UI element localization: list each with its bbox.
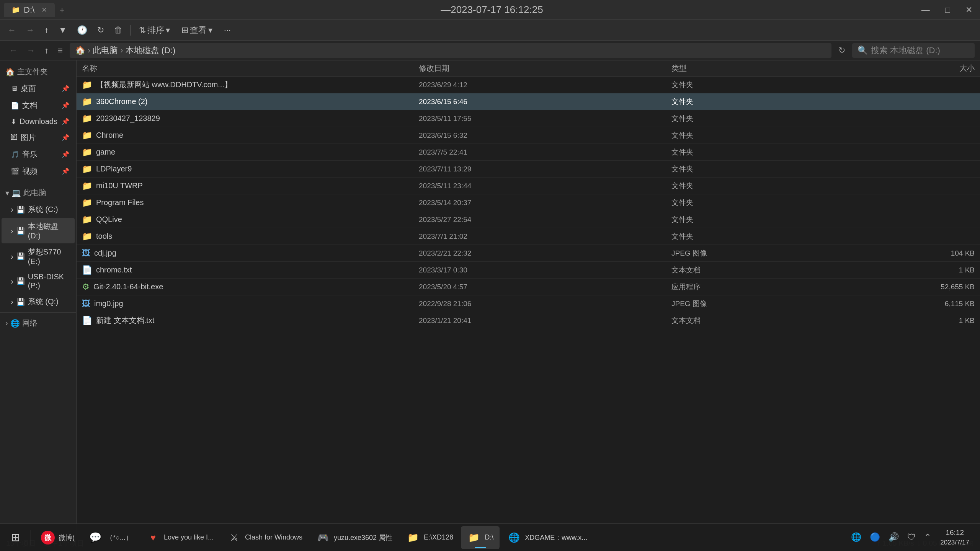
- tray-network-icon[interactable]: 🌐: [849, 531, 864, 544]
- file-date-cell: 2023/6/15 6:46: [419, 98, 671, 106]
- search-box[interactable]: 🔍 搜索 本地磁盘 (D:): [852, 43, 975, 58]
- sort-button[interactable]: ⇅ 排序 ▾: [134, 22, 175, 38]
- new-tab-button[interactable]: ＋: [58, 4, 66, 16]
- table-row[interactable]: 📄 chrome.txt 2023/3/17 0:30 文本文档 1 KB: [77, 262, 980, 279]
- table-row[interactable]: 📁 360Chrome (2) 2023/6/15 6:46 文件夹: [77, 93, 980, 110]
- file-name-cell: 🖼 cdj.jpg: [82, 248, 419, 258]
- love-icon: ♥: [146, 531, 160, 544]
- file-name-cell: 📁 QQLive: [82, 215, 419, 225]
- table-row[interactable]: 📁 20230427_123829 2023/5/11 17:55 文件夹: [77, 110, 980, 127]
- back-button[interactable]: ←: [4, 23, 20, 37]
- taskbar-app-clash[interactable]: ⚔ Clash for Windows: [221, 526, 309, 549]
- table-row[interactable]: 📁 game 2023/7/5 22:41 文件夹: [77, 144, 980, 161]
- address-path[interactable]: 🏠 › 此电脑 › 本地磁盘 (D:): [70, 43, 831, 58]
- close-tab-button[interactable]: ✕: [41, 6, 47, 14]
- recent-button[interactable]: 🕐: [73, 23, 91, 37]
- path-part-1[interactable]: 此电脑: [93, 45, 118, 56]
- sidebar-item-pictures[interactable]: 🖼 图片 📌: [2, 129, 75, 146]
- table-row[interactable]: 📁 tools 2023/7/1 21:02 文件夹: [77, 228, 980, 245]
- sidebar-divider-1: [0, 182, 76, 182]
- table-row[interactable]: 📁 Chrome 2023/6/15 6:32 文件夹: [77, 127, 980, 144]
- history-button[interactable]: ▼: [55, 23, 71, 37]
- tray-shield-icon[interactable]: 🛡: [905, 531, 918, 544]
- refresh-button[interactable]: ↻: [93, 23, 108, 37]
- tray-bluetooth-icon[interactable]: 🔵: [867, 531, 882, 544]
- table-row[interactable]: 📁 【视频最新网站 www.DDHDTV.com...】 2023/6/29 4…: [77, 77, 980, 93]
- chevron-right-icon: ›: [11, 205, 13, 214]
- column-header-size[interactable]: 大小: [840, 63, 975, 73]
- sidebar-item-documents[interactable]: 📄 文档 📌: [2, 97, 75, 114]
- sidebar-item-drive-c[interactable]: › 💾 系统 (C:): [2, 201, 75, 218]
- taskbar-clock[interactable]: 16:12 2023/7/17: [937, 526, 972, 548]
- network-header[interactable]: › 🌐 网络: [0, 315, 76, 331]
- taskbar: ⊞ 微 微博( 💬 （*○...） ♥ Love you like I... ⚔…: [0, 523, 980, 551]
- table-row[interactable]: 📁 Program Files 2023/5/14 20:37 文件夹: [77, 194, 980, 211]
- drive-q-icon: 💾: [16, 298, 25, 306]
- refresh-path-button[interactable]: ↻: [835, 44, 849, 57]
- file-date-cell: 2023/3/17 0:30: [419, 266, 671, 274]
- nav-up-button[interactable]: ↑: [41, 44, 52, 57]
- this-pc-header[interactable]: ▾ 💻 此电脑: [0, 184, 76, 201]
- taskbar-app-explorer-d[interactable]: 📁 D:\: [461, 526, 500, 549]
- chevron-right-icon: ›: [11, 252, 13, 261]
- desktop-icon: 🖥: [11, 85, 18, 93]
- table-row[interactable]: 📁 LDPlayer9 2023/7/11 13:29 文件夹: [77, 161, 980, 178]
- browser-icon: 🌐: [507, 531, 521, 544]
- taskbar-app-chat[interactable]: 💬 （*○...）: [82, 526, 139, 549]
- minimize-button[interactable]: —: [918, 3, 934, 16]
- taskbar-app-explorer-e[interactable]: 📁 E:\XD128: [400, 526, 459, 549]
- drive-d-icon: 💾: [16, 227, 25, 235]
- file-date-cell: 2023/2/21 22:32: [419, 249, 671, 258]
- sidebar-item-music[interactable]: 🎵 音乐 📌: [2, 146, 75, 163]
- sidebar-item-drive-q[interactable]: › 💾 系统 (Q:): [2, 293, 75, 310]
- path-part-2[interactable]: 本地磁盘 (D:): [126, 45, 176, 56]
- up-button[interactable]: ↑: [41, 23, 52, 37]
- sidebar-item-drive-d[interactable]: › 💾 本地磁盘 (D:): [2, 218, 75, 243]
- taskbar-app-yuzu[interactable]: 🎮 yuzu.exe3602 属性: [310, 526, 399, 549]
- view-button[interactable]: ⊞ 查看 ▾: [177, 22, 217, 38]
- file-name-cell: 🖼 img0.jpg: [82, 299, 419, 309]
- window-tab[interactable]: 📁 D:\ ✕: [4, 3, 55, 17]
- column-header-name[interactable]: 名称: [82, 63, 419, 73]
- taskbar-app-weibo[interactable]: 微 微博(: [35, 526, 81, 549]
- forward-button[interactable]: →: [22, 23, 38, 37]
- delete-button[interactable]: 🗑: [110, 23, 126, 37]
- nav-forward-button[interactable]: →: [23, 44, 39, 57]
- table-row[interactable]: ⚙ Git-2.40.1-64-bit.exe 2023/5/20 4:57 应…: [77, 279, 980, 295]
- column-header-date[interactable]: 修改日期: [419, 63, 671, 73]
- maximize-button[interactable]: □: [941, 3, 954, 16]
- table-row[interactable]: 📁 mi10U TWRP 2023/5/11 23:44 文件夹: [77, 178, 980, 194]
- table-row[interactable]: 🖼 cdj.jpg 2023/2/21 22:32 JPEG 图像 104 KB: [77, 245, 980, 262]
- sidebar-item-desktop[interactable]: 🖥 桌面 📌: [2, 80, 75, 97]
- home-icon: 🏠: [5, 67, 15, 77]
- quick-access-header[interactable]: 🏠 主文件夹: [0, 64, 76, 80]
- start-button[interactable]: ⊞: [4, 526, 27, 549]
- file-name-text: cdj.jpg: [94, 249, 116, 258]
- expand-tree-button[interactable]: ≡: [54, 44, 67, 57]
- search-icon: 🔍: [858, 46, 868, 55]
- sidebar-item-drive-p[interactable]: › 💾 USB-DISK (P:): [2, 269, 75, 293]
- nav-back-button[interactable]: ←: [5, 44, 21, 57]
- close-window-button[interactable]: ✕: [962, 3, 976, 16]
- taskbar-app-browser[interactable]: 🌐 XDGAME：www.x...: [501, 526, 593, 549]
- file-type-cell: 应用程序: [671, 282, 840, 292]
- file-name-cell: 📁 Chrome: [82, 130, 419, 140]
- table-row[interactable]: 🖼 img0.jpg 2022/9/28 21:06 JPEG 图像 6,115…: [77, 295, 980, 312]
- more-options-button[interactable]: ···: [219, 23, 235, 37]
- column-header-type[interactable]: 类型: [671, 63, 840, 73]
- sidebar-item-downloads[interactable]: ⬇ Downloads 📌: [2, 114, 75, 129]
- taskbar-chat-label: （*○...）: [106, 533, 132, 542]
- file-list-area[interactable]: 名称 修改日期 类型 大小 📁 【视频最新网站 www.DDHDTV.com..…: [77, 60, 980, 535]
- table-row[interactable]: 📁 QQLive 2023/5/27 22:54 文件夹: [77, 211, 980, 228]
- view-icon: ⊞: [181, 25, 188, 35]
- taskbar-explorer-d-label: D:\: [485, 533, 493, 541]
- tray-volume-icon[interactable]: 🔊: [886, 531, 901, 544]
- tray-more-icon[interactable]: ⌃: [922, 531, 933, 544]
- sidebar-item-videos[interactable]: 🎬 视频 📌: [2, 163, 75, 179]
- sidebar-item-drive-e[interactable]: › 💾 梦想S770 (E:): [2, 244, 75, 269]
- network-label: 网络: [22, 318, 38, 328]
- table-row[interactable]: 📄 新建 文本文档.txt 2023/1/21 20:41 文本文档 1 KB: [77, 312, 980, 329]
- file-size-cell: 1 KB: [840, 266, 975, 274]
- taskbar-app-love[interactable]: ♥ Love you like I...: [140, 526, 220, 549]
- chevron-right-icon: ›: [11, 297, 13, 306]
